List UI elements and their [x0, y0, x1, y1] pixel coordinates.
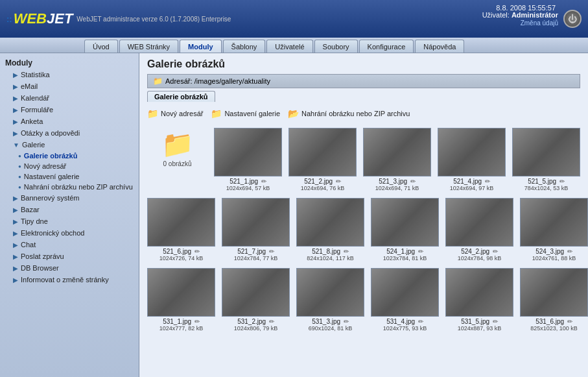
- sidebar-label-galerie-obrazku: Galerie obrázků: [24, 152, 78, 160]
- edit-icon[interactable]: ✏: [269, 318, 274, 325]
- tab-sablony[interactable]: Šablony: [223, 40, 266, 53]
- edit-icon[interactable]: ✏: [344, 248, 349, 255]
- image-thumbnail-524-3: [520, 198, 588, 247]
- edit-icon[interactable]: ✏: [269, 248, 274, 255]
- arrow-icon: ▶: [13, 241, 18, 249]
- power-button[interactable]: ⏻: [563, 10, 582, 28]
- arrow-icon: ▶: [13, 130, 18, 137]
- sidebar-item-obchod[interactable]: ▶ Elektronický obchod: [0, 227, 139, 239]
- sidebar-item-email[interactable]: ▶ eMail: [0, 80, 139, 92]
- sidebar-item-otazky[interactable]: ▶ Otázky a odpovědi: [0, 127, 139, 139]
- sidebar-item-informovat[interactable]: ▶ Informovat o změně stránky: [0, 274, 139, 286]
- gallery-item-524-2[interactable]: 524_2.jpg ✏ 1024x784, 98 kB: [445, 198, 513, 261]
- sidebar-label-kalendar: Kalendář: [21, 94, 49, 102]
- image-meta-521-1: 1024x694, 57 kB: [226, 185, 270, 191]
- sidebar-item-nahrani-obrazku[interactable]: ● Nahrání obrázku nebo ZIP archívu: [0, 182, 139, 192]
- new-folder-button[interactable]: 📁 Nový adresář: [147, 108, 203, 119]
- tab-uzivatele[interactable]: Uživatelé: [266, 40, 312, 53]
- content-tab-galerie[interactable]: Galerie obrázků: [147, 91, 215, 102]
- gallery-item-531-1[interactable]: 531_1.jpg ✏ 1024x777, 82 kB: [147, 268, 215, 332]
- sidebar-item-galerie[interactable]: ▼ Galerie: [0, 139, 139, 151]
- image-thumbnail-521-5: [512, 128, 580, 176]
- sidebar-label-galerie: Galerie: [22, 141, 45, 149]
- sidebar-item-statistika[interactable]: ▶ Statistika: [0, 69, 139, 80]
- sidebar-item-tipy[interactable]: ▶ Tipy dne: [0, 215, 139, 227]
- tab-uvod[interactable]: Úvod: [84, 40, 118, 53]
- upload-button[interactable]: 📂 Nahrání obrázku nebo ZIP archivu: [288, 108, 410, 119]
- image-name-531-4: 531_4.jpg ✏: [386, 318, 423, 325]
- edit-icon[interactable]: ✏: [344, 318, 349, 325]
- sidebar-label-bazar: Bazar: [21, 206, 40, 213]
- main-layout: Moduly ▶ Statistika ▶ eMail ▶ Kalendář ▶…: [0, 53, 588, 377]
- gallery-item-524-1[interactable]: 524_1.jpg ✏ 1023x784, 81 kB: [371, 198, 439, 261]
- sidebar-item-kalendar[interactable]: ▶ Kalendář: [0, 92, 139, 104]
- image-thumbnail-524-2: [445, 198, 513, 247]
- sidebar-item-poslat-zpravu[interactable]: ▶ Poslat zprávu: [0, 250, 139, 262]
- tab-moduly[interactable]: Moduly: [180, 40, 222, 53]
- gallery-grid: 📁 0 obrázků 521_1.jpg ✏ 1024x694, 57 kB …: [147, 128, 580, 332]
- edit-icon[interactable]: ✏: [567, 248, 572, 255]
- edit-icon[interactable]: ✏: [418, 248, 423, 255]
- gallery-settings-button[interactable]: 📁 Nastavení galerie: [211, 108, 280, 119]
- sidebar-item-nastaveni-galerie[interactable]: ● Nastavení galerie: [0, 171, 139, 182]
- edit-icon[interactable]: ✏: [194, 318, 200, 325]
- tab-web-stranky[interactable]: WEB Stránky: [119, 40, 178, 53]
- sidebar-item-bannerovy[interactable]: ▶ Bannerový systém: [0, 192, 139, 204]
- sidebar-item-db-browser[interactable]: ▶ DB Browser: [0, 262, 139, 274]
- sidebar-item-chat[interactable]: ▶ Chat: [0, 239, 139, 250]
- tab-napoveda[interactable]: Nápověda: [415, 40, 464, 53]
- gallery-row-1: 📁 0 obrázků 521_1.jpg ✏ 1024x694, 57 kB …: [147, 128, 580, 191]
- gallery-item-531-4[interactable]: 531_4.jpg ✏ 1024x775, 93 kB: [371, 268, 439, 332]
- edit-icon[interactable]: ✏: [567, 318, 572, 325]
- edit-icon[interactable]: ✏: [261, 178, 266, 185]
- edit-icon[interactable]: ✏: [194, 248, 200, 255]
- header-right: Uživatel: Administrátor Změna údajů ⏻: [482, 10, 582, 28]
- sidebar-item-anketa[interactable]: ▶ Anketa: [0, 116, 139, 127]
- gallery-item-521-7[interactable]: 521_7.jpg ✏ 1024x784, 77 kB: [222, 198, 290, 261]
- arrow-icon: ▶: [13, 230, 18, 237]
- image-thumbnail-521-8: [296, 198, 364, 247]
- gallery-item-531-2[interactable]: 531_2.jpg ✏ 1024x806, 79 kB: [222, 268, 290, 332]
- datetime: 8.8. 2008 15:55:57: [496, 4, 556, 12]
- edit-icon[interactable]: ✏: [493, 248, 498, 255]
- breadcrumb-text: Adresář: /images/gallery/aktuality: [165, 77, 270, 85]
- sidebar-item-formulare[interactable]: ▶ Formuláře: [0, 104, 139, 116]
- arrow-icon: ▶: [13, 83, 18, 90]
- image-name-521-6: 521_6.jpg ✏: [163, 248, 200, 255]
- gallery-item-531-6[interactable]: 531_6.jpg ✏ 825x1023, 100 kB: [520, 268, 588, 332]
- sidebar-item-novy-adresar[interactable]: ● Nový adresář: [0, 161, 139, 171]
- sidebar-label-obchod: Elektronický obchod: [21, 229, 84, 237]
- app-title: WebJET administrace verze 6.0 (1.7.2008)…: [76, 16, 231, 23]
- parent-folder-icon: 📁: [158, 128, 197, 160]
- edit-icon[interactable]: ✏: [410, 178, 416, 185]
- edit-icon[interactable]: ✏: [559, 178, 565, 185]
- image-name-524-1: 524_1.jpg ✏: [386, 248, 423, 255]
- edit-icon[interactable]: ✏: [485, 178, 490, 185]
- image-meta-521-2: 1024x694, 76 kB: [301, 185, 345, 191]
- toolbar: 📁 Nový adresář 📁 Nastavení galerie 📂 Nah…: [147, 106, 580, 121]
- image-thumbnail-524-1: [371, 198, 439, 247]
- edit-icon[interactable]: ✏: [336, 178, 341, 185]
- gallery-item-531-3[interactable]: 531_3.jpg ✏ 690x1024, 81 kB: [296, 268, 364, 332]
- dot-icon: ●: [18, 174, 21, 180]
- tab-soubory[interactable]: Soubory: [314, 40, 358, 53]
- gallery-item-521-2[interactable]: 521_2.jpg ✏ 1024x694, 76 kB: [288, 128, 357, 191]
- sidebar-item-galerie-obrazku[interactable]: ● Galerie obrázků: [0, 151, 139, 161]
- gallery-item-524-3[interactable]: 524_3.jpg ✏ 1024x761, 88 kB: [520, 198, 588, 261]
- sidebar: Moduly ▶ Statistika ▶ eMail ▶ Kalendář ▶…: [0, 53, 139, 377]
- change-data-link[interactable]: Změna údajů: [521, 19, 558, 27]
- sidebar-label-anketa: Anketa: [21, 117, 43, 125]
- gallery-item-521-1[interactable]: 521_1.jpg ✏ 1024x694, 57 kB: [214, 128, 282, 191]
- edit-icon[interactable]: ✏: [493, 318, 498, 325]
- gallery-item-521-8[interactable]: 521_8.jpg ✏ 824x1024, 117 kB: [296, 198, 364, 261]
- gallery-item-521-6[interactable]: 521_6.jpg ✏ 1024x726, 74 kB: [147, 198, 215, 261]
- sidebar-item-bazar[interactable]: ▶ Bazar: [0, 204, 139, 215]
- gallery-item-521-5[interactable]: 521_5.jpg ✏ 784x1024, 53 kB: [512, 128, 580, 191]
- parent-folder-item[interactable]: 📁 0 obrázků: [147, 128, 207, 167]
- edit-icon[interactable]: ✏: [418, 318, 423, 325]
- gallery-item-531-5[interactable]: 531_5.jpg ✏ 1024x887, 93 kB: [445, 268, 513, 332]
- sidebar-label-tipy: Tipy dne: [21, 217, 48, 225]
- gallery-item-521-3[interactable]: 521_3.jpg ✏ 1024x694, 71 kB: [363, 128, 431, 191]
- gallery-item-521-4[interactable]: 521_4.jpg ✏ 1024x694, 97 kB: [438, 128, 506, 191]
- tab-konfigurace[interactable]: Konfigurace: [359, 40, 414, 53]
